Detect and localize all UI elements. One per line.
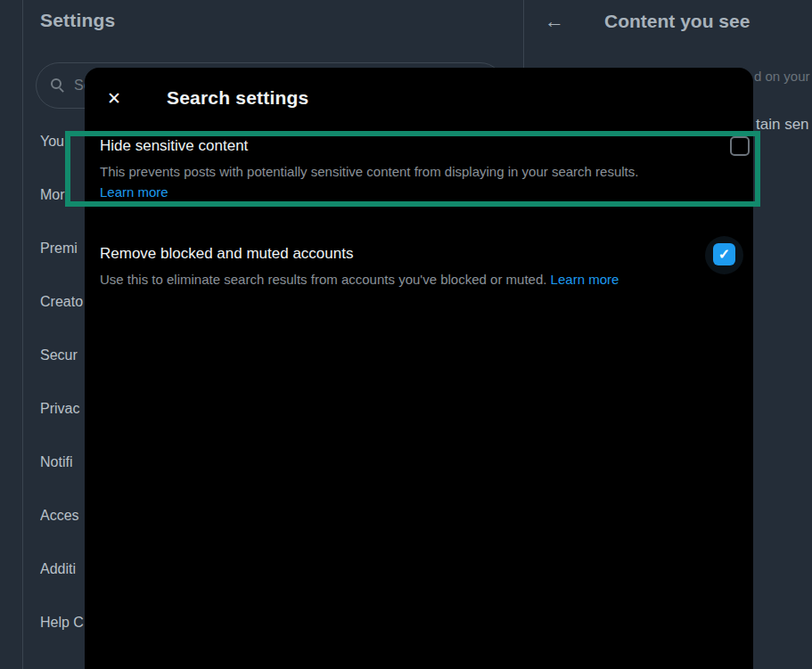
learn-more-link[interactable]: Learn more [551, 272, 619, 287]
learn-more-link[interactable]: Learn more [100, 184, 168, 200]
detail-text-fragment: tain sen [756, 116, 809, 134]
settings-page-title: Settings [40, 10, 115, 31]
hide-sensitive-content-description: This prevents posts with potentially sen… [100, 164, 724, 179]
content-you-see-title: Content you see [604, 11, 750, 32]
modal-title: Search settings [167, 87, 308, 109]
search-settings-modal: ✕ Search settings Hide sensitive content… [85, 68, 753, 669]
detail-text-fragment: d on your [754, 69, 810, 84]
remove-blocked-muted-label: Remove blocked and muted accounts [100, 245, 353, 263]
nav-rail-divider [22, 0, 23, 669]
hide-sensitive-content-checkbox[interactable] [730, 136, 750, 156]
check-icon: ✓ [718, 246, 730, 263]
search-icon [51, 78, 65, 93]
remove-blocked-muted-checkbox[interactable]: ✓ [713, 243, 735, 265]
remove-blocked-muted-description: Use this to eliminate search results fro… [100, 272, 724, 287]
hide-sensitive-content-label: Hide sensitive content [100, 137, 248, 155]
back-icon[interactable]: ← [542, 9, 567, 34]
close-icon[interactable]: ✕ [98, 82, 130, 114]
